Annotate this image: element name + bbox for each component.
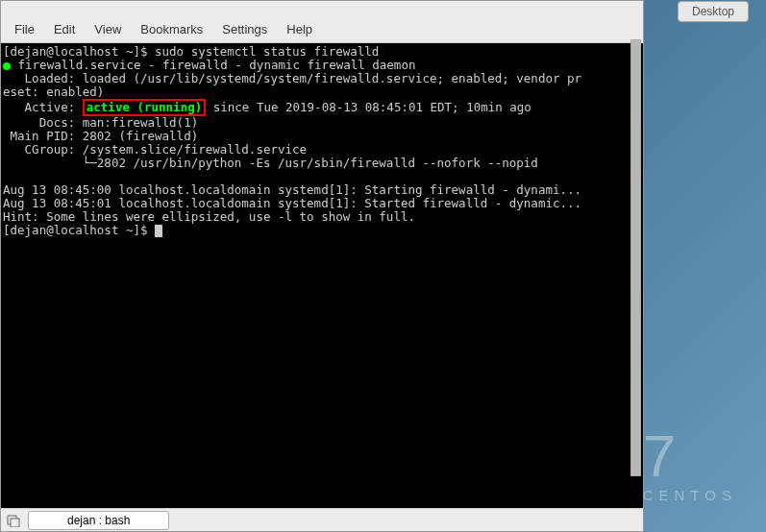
output-line: CGroup: /system.slice/firewalld.service: [3, 142, 307, 157]
menu-bar: File Edit View Bookmarks Settings Help: [1, 16, 643, 43]
highlight-box: active (running): [83, 99, 206, 116]
output-line: Docs: man:firewalld(1): [3, 115, 198, 130]
brand-version: 7: [643, 429, 737, 483]
terminal-window: File Edit View Bookmarks Settings Help […: [0, 0, 644, 532]
cursor: [155, 225, 162, 237]
output-line: Aug 13 08:45:01 localhost.localdomain sy…: [3, 196, 581, 210]
menu-help[interactable]: Help: [279, 20, 320, 38]
output-line: Active:: [3, 100, 83, 114]
output-line: └─2802 /usr/bin/python -Es /usr/sbin/fir…: [3, 156, 538, 170]
menu-bookmarks[interactable]: Bookmarks: [133, 20, 210, 38]
desktop-brand-logo: 7 CENTOS: [643, 429, 737, 503]
status-bar: dejan : bash: [1, 508, 643, 531]
scrollbar[interactable]: [630, 39, 641, 476]
brand-name: CENTOS: [643, 487, 737, 503]
scroll-thumb[interactable]: [630, 39, 641, 476]
command: sudo systemctl status firewalld: [155, 44, 379, 59]
prompt: [dejan@localhost ~]$: [3, 223, 155, 237]
svg-rect-1: [11, 519, 19, 527]
output-line: Loaded: loaded (/usr/lib/systemd/system/…: [3, 71, 581, 85]
output-line: since Tue 2019-08-13 08:45:01 EDT; 10min…: [206, 100, 531, 114]
new-tab-icon[interactable]: [7, 514, 20, 527]
active-status: active (running): [86, 100, 202, 114]
status-dot-icon: [3, 62, 11, 70]
menu-file[interactable]: File: [7, 20, 42, 38]
prompt: [dejan@localhost ~]$: [3, 44, 155, 59]
output-line: Hint: Some lines were ellipsized, use -l…: [3, 209, 415, 224]
output-line: Aug 13 08:45:00 localhost.localdomain sy…: [3, 182, 581, 197]
desktop-button[interactable]: Desktop: [678, 1, 749, 22]
window-titlebar: [1, 1, 643, 16]
menu-edit[interactable]: Edit: [46, 20, 83, 38]
tab-terminal[interactable]: dejan : bash: [28, 511, 169, 530]
output-line: firewalld.service - firewalld - dynamic …: [11, 58, 415, 72]
output-line: eset: enabled): [3, 85, 104, 99]
terminal-area[interactable]: [dejan@localhost ~]$ sudo systemctl stat…: [1, 43, 643, 508]
menu-view[interactable]: View: [86, 20, 129, 38]
output-line: Main PID: 2802 (firewalld): [3, 129, 198, 143]
menu-settings[interactable]: Settings: [214, 20, 275, 38]
